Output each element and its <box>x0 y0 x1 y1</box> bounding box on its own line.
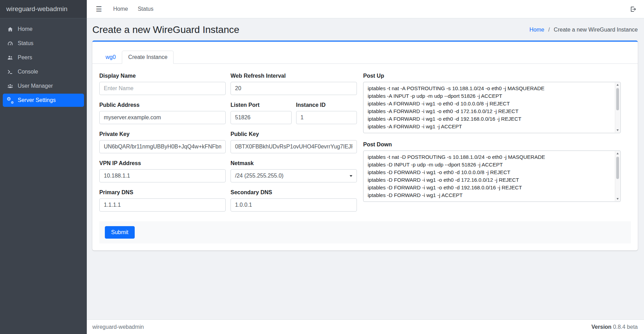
sidebar-item-label: Home <box>18 26 33 32</box>
instance-tabs: wg0 Create Instance <box>92 42 638 64</box>
netmask-label: Netmask <box>231 160 357 166</box>
breadcrumb-home-link[interactable]: Home <box>529 27 544 33</box>
public-address-label: Public Address <box>99 102 226 108</box>
secondary-dns-input[interactable] <box>231 198 357 212</box>
sidebar-item-console[interactable]: Console <box>3 65 84 78</box>
footer-version-value: 0.8.4 beta <box>613 324 638 330</box>
topnav-link-home[interactable]: Home <box>108 6 133 12</box>
post-up-label: Post Up <box>363 73 621 79</box>
submit-button[interactable]: Submit <box>105 226 135 239</box>
app-root: wireguard-webadmin Home Status Peers <box>0 0 644 334</box>
listen-port-group: Listen Port <box>231 102 292 124</box>
menu-toggle-icon[interactable]: ☰ <box>96 5 102 13</box>
public-address-group: Public Address <box>99 102 226 124</box>
sidebar: wireguard-webadmin Home Status Peers <box>0 0 87 334</box>
scroll-up-arrow-icon[interactable] <box>617 84 619 86</box>
scrollbar-thumb[interactable] <box>616 88 619 110</box>
sidebar-item-user-manager[interactable]: User Manager <box>3 79 84 93</box>
public-key-label: Public Key <box>231 131 357 137</box>
secondary-dns-label: Secondary DNS <box>231 189 357 196</box>
sidebar-item-label: Status <box>18 40 33 46</box>
port-id-columns: Listen Port Instance ID <box>231 102 357 131</box>
display-name-group: Display Name <box>99 73 226 95</box>
chevron-down-icon <box>350 175 352 177</box>
sign-out-icon[interactable] <box>630 6 636 12</box>
instance-card: wg0 Create Instance Display Name Web <box>92 41 638 250</box>
instance-id-label: Instance ID <box>296 102 357 108</box>
primary-dns-input[interactable] <box>99 198 226 212</box>
page-footer: wireguard-webadmin Version 0.8.4 beta <box>87 319 644 334</box>
primary-dns-label: Primary DNS <box>99 189 226 196</box>
vpn-ip-input[interactable] <box>99 169 226 182</box>
public-key-input[interactable] <box>231 140 357 153</box>
sidebar-item-status[interactable]: Status <box>3 37 84 50</box>
post-down-label: Post Down <box>363 142 621 148</box>
scroll-down-arrow-icon[interactable] <box>617 198 619 200</box>
post-up-scrollbar[interactable] <box>615 83 620 132</box>
netmask-selected-value: /24 (255.255.255.0) <box>235 173 284 179</box>
netmask-select[interactable]: /24 (255.255.255.0) <box>231 169 357 182</box>
tachometer-icon <box>6 40 14 46</box>
private-key-input[interactable] <box>99 140 226 153</box>
footer-version: Version 0.8.4 beta <box>592 324 638 330</box>
sidebar-item-peers[interactable]: Peers <box>3 51 84 64</box>
scrollbar-thumb[interactable] <box>616 157 619 179</box>
form-right-column: Post Up iptables -t nat -A POSTROUTING -… <box>363 73 621 219</box>
main-column: ☰ Home Status Create a new WireGuard Ins… <box>87 0 644 334</box>
breadcrumb: Home / Create a new WireGuard Instance <box>529 27 638 33</box>
tab-wg0[interactable]: wg0 <box>99 51 122 64</box>
sidebar-item-label: User Manager <box>18 83 53 89</box>
sidebar-item-server-settings[interactable]: ⚙⚙ Server Settings <box>3 94 84 107</box>
web-refresh-interval-label: Web Refresh Interval <box>231 73 357 79</box>
page-header: Create a new WireGuard Instance Home / C… <box>92 24 638 35</box>
public-key-group: Public Key <box>231 131 357 153</box>
netmask-group: Netmask /24 (255.255.255.0) <box>231 160 357 182</box>
display-name-input[interactable] <box>99 82 226 95</box>
private-key-label: Private Key <box>99 131 226 137</box>
footer-brand: wireguard-webadmin <box>92 324 144 330</box>
brand-link[interactable]: wireguard-webadmin <box>0 0 87 18</box>
instance-id-input[interactable] <box>296 111 357 124</box>
form-left-columns: Display Name Web Refresh Interval Public… <box>99 73 357 219</box>
sidebar-item-label: Server Settings <box>18 97 56 103</box>
post-down-box: iptables -t nat -D POSTROUTING -s 10.188… <box>363 151 621 202</box>
scroll-up-arrow-icon[interactable] <box>617 153 619 154</box>
sidebar-item-home[interactable]: Home <box>3 23 84 36</box>
topnav-link-status[interactable]: Status <box>133 6 158 12</box>
post-down-textarea[interactable]: iptables -t nat -D POSTROUTING -s 10.188… <box>363 151 615 202</box>
post-up-box: iptables -t nat -A POSTROUTING -s 10.188… <box>363 82 621 133</box>
content-area: Create a new WireGuard Instance Home / C… <box>87 18 644 319</box>
post-up-group: Post Up iptables -t nat -A POSTROUTING -… <box>363 73 621 133</box>
breadcrumb-separator: / <box>548 27 550 33</box>
scroll-down-arrow-icon[interactable] <box>617 129 619 131</box>
secondary-dns-group: Secondary DNS <box>231 189 357 212</box>
tab-create-instance[interactable]: Create Instance <box>122 51 174 64</box>
web-refresh-interval-group: Web Refresh Interval <box>231 73 357 95</box>
sidebar-item-label: Peers <box>18 54 32 61</box>
form-footer: Submit <box>99 221 631 243</box>
sidebar-item-label: Console <box>18 69 38 75</box>
users-icon <box>6 83 14 89</box>
home-icon <box>6 26 14 32</box>
top-navbar: ☰ Home Status <box>87 0 644 18</box>
vpn-ip-label: VPN IP Address <box>99 160 226 166</box>
post-up-textarea[interactable]: iptables -t nat -A POSTROUTING -s 10.188… <box>363 82 615 133</box>
display-name-label: Display Name <box>99 73 226 79</box>
gears-icon: ⚙⚙ <box>6 97 14 103</box>
private-key-group: Private Key <box>99 131 226 153</box>
vpn-ip-group: VPN IP Address <box>99 160 226 182</box>
page-title: Create a new WireGuard Instance <box>92 24 239 35</box>
footer-version-label: Version <box>592 324 612 330</box>
instance-id-group: Instance ID <box>296 102 357 124</box>
primary-dns-group: Primary DNS <box>99 189 226 212</box>
breadcrumb-current: Create a new WireGuard Instance <box>554 27 638 33</box>
sidebar-menu: Home Status Peers Console <box>0 18 87 112</box>
post-down-group: Post Down iptables -t nat -D POSTROUTING… <box>363 142 621 202</box>
web-refresh-interval-input[interactable] <box>231 82 357 95</box>
terminal-icon <box>6 69 14 75</box>
listen-port-label: Listen Port <box>231 102 292 108</box>
post-down-scrollbar[interactable] <box>615 151 620 201</box>
peers-icon <box>6 54 14 61</box>
public-address-input[interactable] <box>99 111 226 124</box>
listen-port-input[interactable] <box>231 111 292 124</box>
